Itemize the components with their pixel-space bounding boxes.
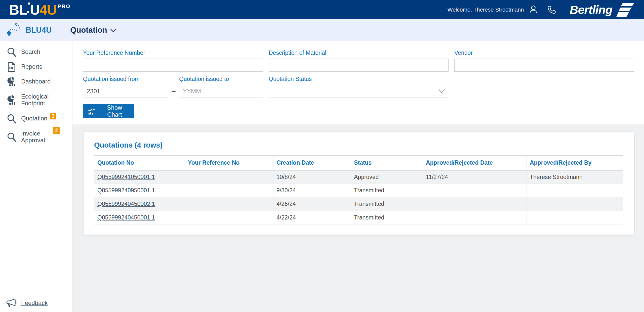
quotations-table-body: Q055999241050001.110/8/24Approved11/27/2… bbox=[94, 170, 623, 225]
table-cell-status: Transmitted bbox=[351, 184, 423, 197]
column-header[interactable]: Status bbox=[351, 156, 423, 170]
chart-icon bbox=[88, 107, 96, 115]
material-description-field-group: Description of Material bbox=[269, 50, 449, 72]
quotations-table: Quotation NoYour Reference NoCreation Da… bbox=[94, 155, 623, 225]
sidebar-item-ecological-footprint[interactable]: Ecological Footprint bbox=[0, 89, 72, 111]
dropdown-chevron-button[interactable] bbox=[435, 85, 448, 98]
report-document-icon bbox=[6, 62, 17, 72]
filter-row-2: Quotation issued from – Quotation issued… bbox=[83, 76, 634, 98]
table-cell-creation-date: 9/30/24 bbox=[273, 184, 351, 197]
issued-to-field-group: Quotation issued to bbox=[179, 76, 263, 98]
search-icon bbox=[6, 113, 17, 124]
results-section: Quotations (4 rows) Quotation NoYour Ref… bbox=[72, 124, 644, 312]
quotation-link[interactable]: Q055999240950001.1 bbox=[97, 187, 155, 194]
table-cell-creation-date: 4/22/24 bbox=[273, 211, 351, 225]
table-cell-status: Transmitted bbox=[351, 197, 423, 211]
bertling-logo-text: Bertling bbox=[570, 3, 612, 17]
logo-text-orange: 4U bbox=[39, 3, 57, 17]
feedback-link[interactable]: Feedback bbox=[6, 298, 48, 308]
table-cell-quotation-no: Q055999240950001.1 bbox=[94, 184, 185, 197]
show-chart-label: Show Chart bbox=[99, 104, 130, 118]
sidebar-item-label: Dashboard bbox=[21, 78, 51, 85]
table-cell-approved-rejected-date bbox=[423, 184, 527, 197]
sidebar-item-invoice-approval[interactable]: Invoice Approval 2 bbox=[0, 126, 72, 148]
welcome-text: Welcome, Therese Strootmann bbox=[448, 7, 524, 13]
table-cell-status: Transmitted bbox=[351, 211, 423, 225]
table-cell-quotation-no: Q055999240450001.1 bbox=[94, 211, 185, 225]
bertling-flag-icon bbox=[616, 2, 634, 17]
quotation-status-field-group: Quotation Status bbox=[269, 76, 448, 98]
column-header[interactable]: Creation Date bbox=[273, 156, 351, 170]
app-name[interactable]: BLU4U bbox=[26, 26, 52, 35]
sidebar-item-label: Ecological Footprint bbox=[21, 93, 49, 107]
reference-number-field-group: Your Reference Number bbox=[83, 50, 263, 72]
logo-pro-suffix: PRO bbox=[58, 4, 71, 9]
sidebar: Search Reports bbox=[0, 41, 72, 312]
nav-quotation-dropdown[interactable]: Quotation bbox=[70, 26, 116, 35]
table-cell-approved-rejected-by bbox=[527, 184, 623, 197]
column-header[interactable]: Quotation No bbox=[94, 156, 185, 170]
show-chart-button[interactable]: Show Chart bbox=[83, 104, 134, 118]
phone-icon[interactable] bbox=[547, 5, 556, 15]
table-cell-approved-rejected-date bbox=[423, 211, 527, 225]
bertling-logo: Bertling bbox=[570, 2, 634, 17]
sidebar-item-reports[interactable]: Reports bbox=[0, 59, 72, 74]
quotations-card: Quotations (4 rows) Quotation NoYour Ref… bbox=[84, 132, 634, 235]
table-cell-quotation-no: Q055999240450002.1 bbox=[94, 197, 185, 211]
pie-bar-chart-icon bbox=[6, 76, 17, 87]
quotation-link[interactable]: Q055999240450002.1 bbox=[97, 201, 155, 207]
filter-row-1: Your Reference Number Description of Mat… bbox=[83, 50, 634, 72]
column-header[interactable]: Approved/Rejected Date bbox=[423, 156, 527, 170]
column-header[interactable]: Approved/Rejected By bbox=[527, 156, 623, 170]
quotation-status-dropdown[interactable] bbox=[269, 85, 448, 98]
sidebar-item-label: Search bbox=[21, 48, 40, 55]
chevron-down-icon bbox=[110, 29, 116, 32]
blu4u-pro-logo[interactable]: BLU4U PRO bbox=[9, 3, 70, 17]
material-description-input[interactable] bbox=[269, 59, 449, 72]
logo-text-white-u: U bbox=[30, 3, 39, 17]
table-cell-quotation-no: Q055999241050001.1 bbox=[94, 170, 185, 184]
table-cell-approved-rejected-by bbox=[527, 211, 623, 225]
sidebar-item-label: Quotation bbox=[21, 115, 47, 122]
chevron-down-icon bbox=[438, 89, 445, 94]
user-icon[interactable] bbox=[528, 5, 538, 15]
megaphone-icon bbox=[6, 298, 17, 308]
quotation-status-input[interactable] bbox=[269, 85, 435, 98]
vendor-input[interactable] bbox=[454, 59, 634, 72]
sidebar-item-label: Invoice Approval bbox=[21, 130, 45, 144]
column-header[interactable]: Your Reference No bbox=[185, 156, 273, 170]
sidebar-item-quotation[interactable]: Quotation3 bbox=[0, 111, 72, 126]
table-cell-approved-rejected-by: Therese Strootmann bbox=[527, 170, 623, 184]
search-icon bbox=[6, 132, 17, 142]
route-map-pin-icon bbox=[7, 23, 22, 38]
sidebar-item-dashboard[interactable]: Dashboard bbox=[0, 74, 72, 89]
reference-number-label: Your Reference Number bbox=[83, 50, 263, 56]
search-icon bbox=[6, 47, 17, 57]
reference-number-input[interactable] bbox=[83, 59, 263, 72]
quotation-link[interactable]: Q055999241050001.1 bbox=[97, 174, 155, 180]
logo-text-white: BL bbox=[9, 3, 27, 17]
quotation-count-badge: 3 bbox=[50, 113, 56, 119]
table-cell-your-reference-no bbox=[185, 184, 273, 197]
quotations-title: Quotations (4 rows) bbox=[94, 141, 623, 149]
sub-header: BLU4U Quotation bbox=[0, 19, 644, 41]
issued-from-label: Quotation issued from bbox=[83, 76, 168, 82]
quotation-link[interactable]: Q055999240450001.1 bbox=[97, 214, 155, 221]
feedback-label: Feedback bbox=[21, 300, 48, 306]
issued-to-label: Quotation issued to bbox=[179, 76, 263, 82]
sidebar-item-label: Reports bbox=[21, 63, 42, 70]
sidebar-item-search[interactable]: Search bbox=[0, 44, 72, 59]
table-cell-your-reference-no bbox=[185, 197, 273, 211]
quotations-table-header-row: Quotation NoYour Reference NoCreation Da… bbox=[94, 156, 623, 170]
issued-from-input[interactable] bbox=[83, 85, 168, 98]
table-cell-approved-rejected-by bbox=[527, 197, 623, 211]
table-cell-creation-date: 10/8/24 bbox=[273, 170, 351, 184]
vendor-field-group: Vendor bbox=[454, 50, 634, 72]
pie-bar-chart-icon bbox=[6, 95, 17, 105]
invoice-approval-count-badge: 2 bbox=[53, 127, 60, 134]
topbar-right: Welcome, Therese Strootmann Bertling bbox=[448, 2, 634, 17]
issued-to-input[interactable] bbox=[179, 85, 263, 98]
table-row: Q055999241050001.110/8/24Approved11/27/2… bbox=[94, 170, 623, 184]
filter-panel: Your Reference Number Description of Mat… bbox=[72, 41, 644, 124]
table-cell-your-reference-no bbox=[185, 170, 273, 184]
